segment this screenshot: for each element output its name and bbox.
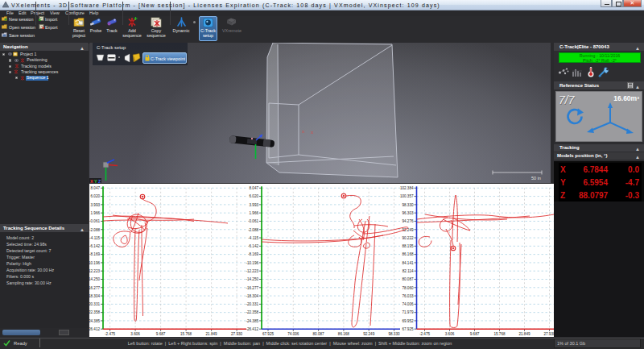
svg-text:-8.169: -8.169 (89, 252, 100, 256)
svg-text:82.114: 82.114 (402, 269, 414, 273)
svg-text:80.087: 80.087 (402, 277, 413, 281)
svg-text:-2.475: -2.475 (105, 332, 115, 336)
svg-text:-0.061: -0.061 (248, 219, 258, 223)
svg-text:-20.331: -20.331 (89, 302, 100, 306)
svg-text:-2.088: -2.088 (89, 228, 100, 232)
svg-text:3.606: 3.606 (445, 332, 455, 336)
svg-text:-20.331: -20.331 (246, 302, 258, 306)
svg-text:-24.385: -24.385 (89, 319, 100, 323)
svg-text:8.047: 8.047 (91, 186, 101, 190)
svg-text:6.020: 6.020 (91, 194, 101, 198)
svg-text:9.687: 9.687 (156, 332, 166, 336)
svg-text:3.993: 3.993 (91, 203, 101, 207)
svg-text:76.033: 76.033 (402, 294, 413, 298)
svg-text:50 in: 50 in (531, 176, 541, 181)
svg-text:-26.412: -26.412 (89, 327, 100, 331)
svg-text:-14.250: -14.250 (246, 277, 258, 281)
svg-text:1.966: 1.966 (91, 211, 101, 215)
svg-text:74.006: 74.006 (287, 332, 299, 336)
svg-text:3.993: 3.993 (250, 203, 259, 207)
svg-text:-18.304: -18.304 (89, 294, 100, 298)
svg-text:90.222: 90.222 (402, 236, 413, 240)
svg-text:96.303: 96.303 (402, 211, 413, 215)
svg-text:84.141: 84.141 (402, 261, 413, 265)
svg-text:27.930: 27.930 (543, 332, 555, 336)
svg-text:21.849: 21.849 (206, 332, 217, 336)
svg-text:-24.385: -24.385 (246, 319, 258, 323)
svg-text:-4.115: -4.115 (248, 236, 258, 240)
svg-text:67.925: 67.925 (262, 332, 274, 336)
svg-text:74.006: 74.006 (402, 302, 413, 306)
svg-text:-8.169: -8.169 (248, 252, 258, 256)
svg-text:-2.088: -2.088 (248, 228, 258, 232)
svg-text:1.966: 1.966 (250, 211, 259, 215)
svg-text:102.384: 102.384 (400, 186, 414, 190)
svg-text:-6.142: -6.142 (89, 244, 100, 248)
svg-text:3.606: 3.606 (130, 332, 140, 336)
svg-text:69.952: 69.952 (402, 319, 413, 323)
svg-text:-2.475: -2.475 (419, 332, 430, 336)
svg-text:27.930: 27.930 (231, 332, 242, 336)
svg-text:92.249: 92.249 (363, 332, 374, 336)
svg-text:80.087: 80.087 (313, 332, 324, 336)
svg-text:-6.142: -6.142 (248, 244, 258, 248)
svg-text:98.330: 98.330 (402, 203, 413, 207)
svg-text:94.276: 94.276 (402, 219, 413, 223)
svg-text:8.047: 8.047 (250, 186, 259, 190)
svg-text:86.168: 86.168 (338, 332, 349, 336)
svg-text:-0.061: -0.061 (89, 219, 100, 223)
svg-text:-12.223: -12.223 (246, 269, 258, 273)
svg-text:98.330: 98.330 (388, 332, 399, 336)
svg-text:-22.358: -22.358 (89, 310, 100, 314)
svg-text:-16.277: -16.277 (246, 286, 258, 290)
svg-text:-10.196: -10.196 (89, 261, 100, 265)
svg-text:78.060: 78.060 (402, 286, 413, 290)
svg-text:-26.412: -26.412 (246, 327, 258, 331)
svg-text:86.168: 86.168 (402, 252, 413, 256)
svg-text:21.849: 21.849 (518, 332, 530, 336)
svg-text:-18.304: -18.304 (246, 294, 258, 298)
svg-text:71.979: 71.979 (402, 310, 413, 314)
svg-text:-16.277: -16.277 (89, 286, 100, 290)
svg-text:15.768: 15.768 (180, 332, 192, 336)
svg-text:-14.250: -14.250 (89, 277, 100, 281)
svg-text:88.195: 88.195 (402, 244, 413, 248)
svg-text:15.768: 15.768 (493, 332, 505, 336)
svg-text:-10.196: -10.196 (246, 261, 258, 265)
svg-text:-12.223: -12.223 (89, 269, 100, 273)
svg-text:-22.358: -22.358 (246, 310, 258, 314)
svg-text:100.357: 100.357 (400, 194, 414, 198)
svg-text:6.020: 6.020 (250, 194, 259, 198)
svg-text:67.925: 67.925 (402, 327, 413, 331)
svg-text:9.687: 9.687 (470, 332, 480, 336)
svg-text:-4.115: -4.115 (89, 236, 100, 240)
